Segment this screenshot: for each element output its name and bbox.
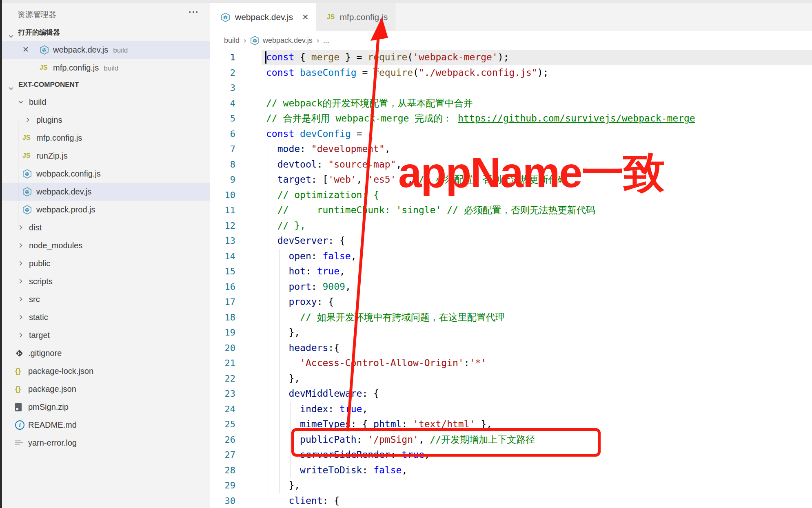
code-line[interactable]: 5// 合并是利用 webpack-merge 完成的： https://git… [210, 111, 812, 126]
tab-webpack.dev.js[interactable]: webpack.dev.js✕ [210, 3, 316, 31]
open-editor-item-webpack.dev.js[interactable]: ✕webpack.dev.jsbuild [2, 41, 210, 59]
code-line[interactable]: 4// webpack的开发环境配置，从基本配置中合并 [210, 96, 812, 111]
line-number[interactable]: 19 [210, 325, 235, 340]
code-line[interactable]: 22 }, [210, 371, 812, 387]
vscode-window: 资源管理器 ⋯ 打开的编辑器 ✕webpack.dev.jsbuildJSmfp… [0, 0, 812, 508]
sidebar-item-static[interactable]: static [2, 308, 210, 326]
sidebar-item-webpack.prod.js[interactable]: webpack.prod.js [2, 201, 210, 219]
sidebar-item-plugins[interactable]: plugins [2, 111, 210, 129]
line-number[interactable]: 24 [210, 402, 235, 417]
code-line-content: devServer: { [266, 233, 345, 249]
breadcrumb: build › webpack.dev.js › ... [210, 31, 812, 50]
sidebar-item-webpack.config.js[interactable]: webpack.config.js [2, 165, 210, 183]
line-number[interactable]: 27 [210, 447, 235, 463]
open-editors-section-header[interactable]: 打开的编辑器 [2, 24, 210, 41]
line-number[interactable]: 3 [210, 80, 235, 96]
tab-mfp.config.js[interactable]: JSmfp.config.js [316, 3, 395, 31]
code-line[interactable]: 19 }, [210, 325, 812, 340]
sidebar-item-public[interactable]: public [2, 254, 210, 272]
breadcrumb-item-symbol[interactable]: ... [323, 36, 329, 45]
line-number[interactable]: 28 [210, 463, 235, 478]
code-line[interactable]: 1const { merge } = require('webpack-merg… [210, 50, 812, 65]
line-number[interactable]: 12 [210, 218, 235, 234]
line-number[interactable]: 22 [210, 371, 235, 387]
code-line[interactable]: 12 // }, [210, 218, 812, 234]
sidebar-item-scripts[interactable]: scripts [2, 272, 210, 290]
code-editor[interactable]: 1const { merge } = require('webpack-merg… [210, 50, 812, 508]
more-actions-icon[interactable]: ⋯ [182, 6, 206, 22]
code-line[interactable]: 9 target: ['web', 'es5' ], // 必须配置，否则无法热… [210, 172, 812, 188]
file-label: build [29, 93, 46, 111]
line-number[interactable]: 13 [210, 233, 235, 249]
code-line[interactable]: 18 // 如果开发环境中有跨域问题，在这里配置代理 [210, 310, 812, 325]
code-line[interactable]: 15 hot: true, [210, 264, 812, 279]
code-line[interactable]: 14 open: false, [210, 249, 812, 264]
sidebar-item-target[interactable]: target [2, 326, 210, 344]
code-line[interactable]: 8 devtool: "source-map", [210, 157, 812, 172]
open-editor-item-mfp.config.js[interactable]: JSmfp.config.jsbuild [2, 59, 210, 77]
sidebar-item-dist[interactable]: dist [2, 219, 210, 236]
close-icon[interactable]: ✕ [22, 41, 29, 59]
sidebar-item-pmSign.zip[interactable]: pmSign.zip [2, 398, 210, 416]
line-number[interactable]: 26 [210, 432, 235, 448]
line-number[interactable]: 10 [210, 188, 235, 203]
code-line[interactable]: 7 mode: "development", [210, 141, 812, 157]
code-line[interactable]: 20 headers:{ [210, 340, 812, 356]
sidebar-item-node_modules[interactable]: node_modules [2, 236, 210, 254]
line-number[interactable]: 8 [210, 157, 235, 172]
sidebar-item-src[interactable]: src [2, 290, 210, 308]
line-number[interactable]: 7 [210, 141, 235, 157]
code-line[interactable]: 30 client: { [210, 493, 812, 508]
sidebar-item-package.json[interactable]: {}package.json [2, 380, 210, 398]
code-line[interactable]: 10 // optimization: { [210, 188, 812, 203]
code-line[interactable]: 6const devConfig = { [210, 126, 812, 142]
project-section-header[interactable]: EXT-COMPONENT [2, 77, 210, 93]
line-number[interactable]: 1 [210, 50, 235, 65]
line-number[interactable]: 25 [210, 417, 235, 432]
line-number[interactable]: 16 [210, 279, 235, 295]
code-line[interactable]: 26 publicPath: '/pmSign', //开发期增加上下文路径 [210, 432, 812, 448]
comment-link[interactable]: https://github.com/survivejs/webpack-mer… [458, 113, 695, 124]
code-line[interactable]: 2const baseConfig = require("./webpack.c… [210, 65, 812, 81]
code-line[interactable]: 13 devServer: { [210, 233, 812, 249]
sidebar-item-build[interactable]: build [2, 93, 210, 111]
breadcrumb-item-build[interactable]: build [224, 36, 240, 45]
line-number[interactable]: 15 [210, 264, 235, 279]
line-number[interactable]: 29 [210, 478, 235, 493]
code-line[interactable]: 21 'Access-Control-Allow-Origin':'*' [210, 356, 812, 371]
code-line[interactable]: 24 index: true, [210, 402, 812, 417]
close-icon[interactable]: ✕ [302, 12, 309, 22]
sidebar-item-README.md[interactable]: iREADME.md [2, 416, 210, 434]
code-line[interactable]: 29 }, [210, 478, 812, 493]
sidebar-item-mfp.config.js[interactable]: JSmfp.config.js [2, 129, 210, 147]
sidebar-item-package-lock.json[interactable]: {}package-lock.json [2, 362, 210, 380]
line-number[interactable]: 20 [210, 340, 235, 356]
code-line[interactable]: 16 port: 9009, [210, 279, 812, 295]
code-line[interactable]: 25 mimeTypes: { phtml: 'text/html' }, [210, 417, 812, 432]
line-number[interactable]: 2 [210, 65, 235, 81]
file-label: plugins [36, 111, 62, 129]
code-line[interactable]: 11 // runtimeChunk: 'single' // 必须配置，否则无… [210, 203, 812, 218]
breadcrumb-item-file[interactable]: webpack.dev.js [263, 36, 313, 45]
sidebar-item-runZip.js[interactable]: JSrunZip.js [2, 147, 210, 165]
code-line[interactable]: 27 serverSideRender: true, [210, 447, 812, 463]
line-number[interactable]: 30 [210, 493, 235, 508]
code-line[interactable]: 17 proxy: { [210, 294, 812, 310]
code-line[interactable]: 23 devMiddleware: { [210, 386, 812, 402]
code-line[interactable]: 28 writeToDisk: false, [210, 463, 812, 478]
line-number[interactable]: 6 [210, 126, 235, 142]
line-number[interactable]: 18 [210, 310, 235, 325]
js-icon: JS [327, 13, 335, 21]
sidebar-item-.gitignore[interactable]: .gitignore [2, 344, 210, 362]
code-line[interactable]: 3 [210, 80, 812, 96]
line-number[interactable]: 9 [210, 172, 235, 188]
line-number[interactable]: 21 [210, 356, 235, 371]
line-number[interactable]: 4 [210, 96, 235, 111]
line-number[interactable]: 14 [210, 249, 235, 264]
sidebar-item-webpack.dev.js[interactable]: webpack.dev.js [2, 183, 210, 201]
line-number[interactable]: 5 [210, 111, 235, 126]
sidebar-item-yarn-error.log[interactable]: yarn-error.log [2, 434, 210, 452]
line-number[interactable]: 17 [210, 294, 235, 310]
line-number[interactable]: 11 [210, 203, 235, 218]
line-number[interactable]: 23 [210, 386, 235, 402]
